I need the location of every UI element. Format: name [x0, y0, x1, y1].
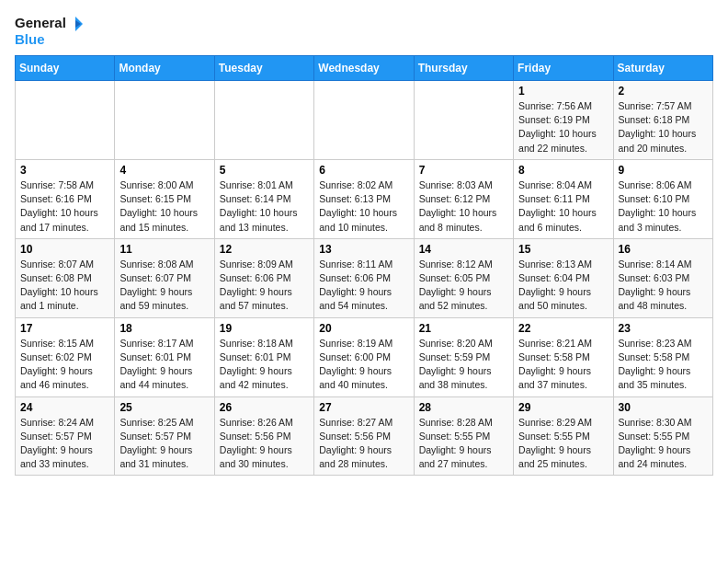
calendar-cell: 15Sunrise: 8:13 AMSunset: 6:04 PMDayligh…	[514, 238, 613, 317]
calendar-cell: 21Sunrise: 8:20 AMSunset: 5:59 PMDayligh…	[414, 317, 513, 396]
day-info: Sunrise: 8:00 AMSunset: 6:15 PMDaylight:…	[119, 178, 209, 235]
calendar-cell: 13Sunrise: 8:11 AMSunset: 6:06 PMDayligh…	[314, 238, 414, 317]
day-number: 1	[518, 85, 608, 98]
calendar-header: SundayMondayTuesdayWednesdayThursdayFrid…	[16, 56, 713, 81]
calendar-cell: 23Sunrise: 8:23 AMSunset: 5:58 PMDayligh…	[613, 317, 712, 396]
day-info: Sunrise: 8:09 AMSunset: 6:06 PMDaylight:…	[220, 258, 309, 314]
day-number: 8	[518, 164, 608, 177]
day-number: 3	[20, 164, 109, 177]
day-info: Sunrise: 8:03 AMSunset: 6:12 PMDaylight:…	[419, 178, 508, 235]
day-number: 4	[119, 164, 209, 177]
day-of-week-header: Wednesday	[314, 56, 414, 81]
page-header: GeneralBlue	[15, 15, 713, 48]
logo-text: GeneralBlue	[15, 15, 83, 48]
calendar-cell: 4Sunrise: 8:00 AMSunset: 6:15 PMDaylight…	[115, 159, 214, 238]
calendar-week-row: 10Sunrise: 8:07 AMSunset: 6:08 PMDayligh…	[16, 238, 713, 317]
calendar-cell: 3Sunrise: 7:58 AMSunset: 6:16 PMDaylight…	[16, 159, 115, 238]
day-number: 6	[319, 164, 408, 177]
day-number: 23	[619, 322, 708, 335]
day-number: 10	[20, 243, 109, 256]
calendar-cell: 19Sunrise: 8:18 AMSunset: 6:01 PMDayligh…	[214, 317, 313, 396]
day-number: 20	[319, 322, 408, 335]
calendar-cell: 25Sunrise: 8:25 AMSunset: 5:57 PMDayligh…	[115, 396, 214, 476]
day-info: Sunrise: 8:07 AMSunset: 6:08 PMDaylight:…	[20, 258, 109, 314]
calendar-week-row: 3Sunrise: 7:58 AMSunset: 6:16 PMDaylight…	[16, 159, 713, 238]
day-number: 24	[20, 401, 109, 414]
calendar-cell: 8Sunrise: 8:04 AMSunset: 6:11 PMDaylight…	[514, 159, 613, 238]
calendar-cell: 6Sunrise: 8:02 AMSunset: 6:13 PMDaylight…	[314, 159, 414, 238]
calendar-cell: 18Sunrise: 8:17 AMSunset: 6:01 PMDayligh…	[115, 317, 214, 396]
day-number: 15	[518, 243, 608, 256]
calendar-cell: 10Sunrise: 8:07 AMSunset: 6:08 PMDayligh…	[16, 238, 115, 317]
calendar-cell: 17Sunrise: 8:15 AMSunset: 6:02 PMDayligh…	[16, 317, 115, 396]
header-row: SundayMondayTuesdayWednesdayThursdayFrid…	[16, 56, 713, 81]
day-info: Sunrise: 8:28 AMSunset: 5:55 PMDaylight:…	[419, 416, 508, 472]
day-number: 12	[220, 243, 309, 256]
calendar-cell	[214, 81, 313, 160]
day-number: 22	[518, 322, 608, 335]
calendar-cell	[314, 81, 414, 160]
day-of-week-header: Sunday	[16, 56, 115, 81]
day-of-week-header: Saturday	[613, 56, 712, 81]
day-info: Sunrise: 8:23 AMSunset: 5:58 PMDaylight:…	[619, 337, 708, 393]
day-of-week-header: Monday	[115, 56, 214, 81]
day-info: Sunrise: 8:26 AMSunset: 5:56 PMDaylight:…	[220, 416, 309, 472]
day-info: Sunrise: 7:58 AMSunset: 6:16 PMDaylight:…	[20, 178, 109, 235]
day-info: Sunrise: 8:13 AMSunset: 6:04 PMDaylight:…	[518, 258, 608, 314]
day-info: Sunrise: 8:29 AMSunset: 5:55 PMDaylight:…	[518, 416, 608, 472]
calendar-cell: 24Sunrise: 8:24 AMSunset: 5:57 PMDayligh…	[16, 396, 115, 476]
calendar-cell	[414, 81, 513, 160]
day-number: 16	[619, 243, 708, 256]
day-info: Sunrise: 8:11 AMSunset: 6:06 PMDaylight:…	[319, 258, 408, 314]
logo: GeneralBlue	[15, 15, 83, 48]
calendar-cell: 16Sunrise: 8:14 AMSunset: 6:03 PMDayligh…	[613, 238, 712, 317]
day-number: 19	[220, 322, 309, 335]
day-number: 11	[119, 243, 209, 256]
calendar-cell: 27Sunrise: 8:27 AMSunset: 5:56 PMDayligh…	[314, 396, 414, 476]
day-info: Sunrise: 7:57 AMSunset: 6:18 PMDaylight:…	[619, 99, 708, 155]
calendar-cell: 12Sunrise: 8:09 AMSunset: 6:06 PMDayligh…	[214, 238, 313, 317]
calendar-cell: 7Sunrise: 8:03 AMSunset: 6:12 PMDaylight…	[414, 159, 513, 238]
day-number: 28	[419, 401, 508, 414]
day-info: Sunrise: 8:01 AMSunset: 6:14 PMDaylight:…	[220, 178, 309, 235]
day-info: Sunrise: 8:19 AMSunset: 6:00 PMDaylight:…	[319, 337, 408, 393]
calendar-cell: 26Sunrise: 8:26 AMSunset: 5:56 PMDayligh…	[214, 396, 313, 476]
day-info: Sunrise: 8:02 AMSunset: 6:13 PMDaylight:…	[319, 178, 408, 235]
day-info: Sunrise: 8:06 AMSunset: 6:10 PMDaylight:…	[619, 178, 708, 235]
calendar-body: 1Sunrise: 7:56 AMSunset: 6:19 PMDaylight…	[16, 81, 713, 476]
day-number: 30	[619, 401, 708, 414]
day-of-week-header: Friday	[514, 56, 613, 81]
calendar-cell: 30Sunrise: 8:30 AMSunset: 5:55 PMDayligh…	[613, 396, 712, 476]
day-info: Sunrise: 8:04 AMSunset: 6:11 PMDaylight:…	[518, 178, 608, 235]
day-number: 27	[319, 401, 408, 414]
calendar-table: SundayMondayTuesdayWednesdayThursdayFrid…	[15, 55, 713, 476]
day-number: 21	[419, 322, 508, 335]
calendar-cell	[115, 81, 214, 160]
day-info: Sunrise: 8:30 AMSunset: 5:55 PMDaylight:…	[619, 416, 708, 472]
day-info: Sunrise: 8:18 AMSunset: 6:01 PMDaylight:…	[220, 337, 309, 393]
day-info: Sunrise: 8:27 AMSunset: 5:56 PMDaylight:…	[319, 416, 408, 472]
calendar-cell: 5Sunrise: 8:01 AMSunset: 6:14 PMDaylight…	[214, 159, 313, 238]
day-info: Sunrise: 8:12 AMSunset: 6:05 PMDaylight:…	[419, 258, 508, 314]
day-info: Sunrise: 8:21 AMSunset: 5:58 PMDaylight:…	[518, 337, 608, 393]
day-info: Sunrise: 8:24 AMSunset: 5:57 PMDaylight:…	[20, 416, 109, 472]
day-number: 26	[220, 401, 309, 414]
day-number: 17	[20, 322, 109, 335]
calendar-cell: 1Sunrise: 7:56 AMSunset: 6:19 PMDaylight…	[514, 81, 613, 160]
day-number: 9	[619, 164, 708, 177]
day-number: 25	[119, 401, 209, 414]
day-number: 7	[419, 164, 508, 177]
calendar-cell: 11Sunrise: 8:08 AMSunset: 6:07 PMDayligh…	[115, 238, 214, 317]
calendar-cell: 9Sunrise: 8:06 AMSunset: 6:10 PMDaylight…	[613, 159, 712, 238]
calendar-week-row: 17Sunrise: 8:15 AMSunset: 6:02 PMDayligh…	[16, 317, 713, 396]
day-info: Sunrise: 8:15 AMSunset: 6:02 PMDaylight:…	[20, 337, 109, 393]
day-info: Sunrise: 8:08 AMSunset: 6:07 PMDaylight:…	[119, 258, 209, 314]
day-of-week-header: Tuesday	[214, 56, 313, 81]
calendar-cell: 20Sunrise: 8:19 AMSunset: 6:00 PMDayligh…	[314, 317, 414, 396]
day-number: 5	[220, 164, 309, 177]
day-number: 13	[319, 243, 408, 256]
day-info: Sunrise: 7:56 AMSunset: 6:19 PMDaylight:…	[518, 99, 608, 155]
day-info: Sunrise: 8:14 AMSunset: 6:03 PMDaylight:…	[619, 258, 708, 314]
calendar-cell: 28Sunrise: 8:28 AMSunset: 5:55 PMDayligh…	[414, 396, 513, 476]
day-info: Sunrise: 8:20 AMSunset: 5:59 PMDaylight:…	[419, 337, 508, 393]
